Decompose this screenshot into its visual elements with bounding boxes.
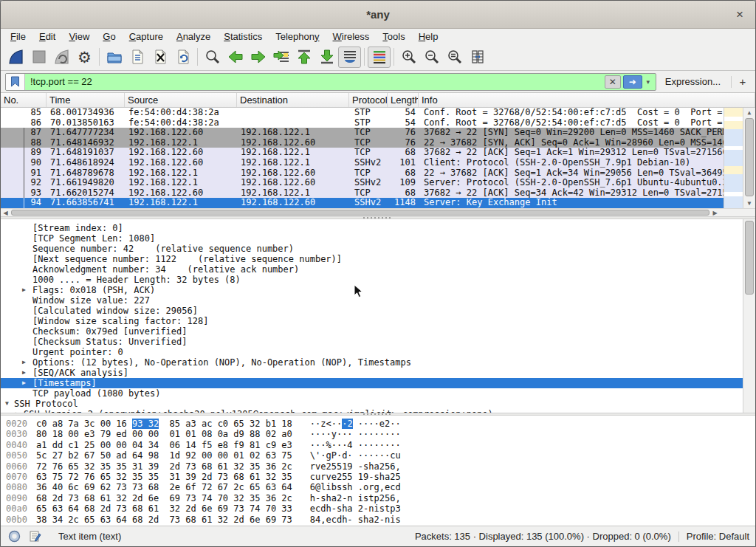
packet-row[interactable]: 8971.648191037192.168.122.60192.168.122.… bbox=[1, 148, 724, 158]
packet-row[interactable]: 8771.647777234192.168.122.60192.168.122.… bbox=[1, 128, 724, 138]
resize-columns-button[interactable] bbox=[466, 47, 489, 68]
collapsed-arrow-icon[interactable]: ▶ bbox=[22, 357, 26, 368]
packet-list-hscrollbar[interactable]: ◀ ▶ bbox=[1, 208, 755, 216]
detail-line[interactable]: Sequence number: 42 (relative sequence n… bbox=[1, 244, 743, 254]
auto-scroll-toggle[interactable] bbox=[338, 47, 361, 68]
go-to-bottom-button[interactable] bbox=[315, 47, 338, 68]
hex-bytes[interactable]: 65 63 64 68 2d 73 68 61 32 2d 6e 69 73 7… bbox=[36, 503, 292, 514]
menu-view[interactable]: View bbox=[62, 30, 96, 43]
hex-bytes[interactable]: c0 a8 7a 3c 00 16 93 32 85 a3 ac c0 65 3… bbox=[36, 419, 292, 429]
hex-bytes[interactable]: 63 75 72 76 65 32 35 35 31 39 2d 73 68 6… bbox=[36, 472, 292, 482]
detail-line[interactable]: Acknowledgment number: 34 (relative ack … bbox=[1, 264, 743, 275]
filter-clear-button[interactable]: ✕ bbox=[605, 75, 621, 89]
hex-bytes[interactable]: a1 dd c1 25 00 00 04 34 06 14 f5 e8 f9 8… bbox=[36, 440, 292, 450]
colorize-toggle[interactable] bbox=[368, 47, 391, 68]
column-header-source[interactable]: Source bbox=[125, 93, 237, 107]
column-header-destination[interactable]: Destination bbox=[237, 93, 349, 107]
detail-line[interactable]: ▶SSH Version 2 (encryption:chacha20-poly… bbox=[1, 409, 743, 413]
detail-line[interactable]: [Checksum Status: Unverified] bbox=[1, 337, 743, 347]
column-header-length[interactable]: Length bbox=[388, 93, 419, 107]
reload-file-button[interactable] bbox=[171, 47, 194, 68]
detail-line[interactable]: ▶[Timestamps] bbox=[1, 378, 743, 388]
filter-input[interactable]: !tcp.port == 22 bbox=[25, 76, 605, 87]
detail-line[interactable]: Urgent pointer: 0 bbox=[1, 347, 743, 357]
start-capture-button[interactable] bbox=[4, 47, 27, 68]
zoom-out-button[interactable] bbox=[420, 47, 443, 68]
go-to-top-button[interactable] bbox=[292, 47, 315, 68]
detail-line[interactable]: ▶Options: (12 bytes), No-Operation (NOP)… bbox=[1, 357, 743, 368]
hex-ascii[interactable]: curve255 19-sha25 bbox=[310, 472, 401, 482]
hex-bytes[interactable]: 80 18 00 e3 79 ed 00 00 01 01 08 0a d9 8… bbox=[36, 429, 292, 439]
hex-ascii[interactable]: ··z<···2 ····e2·· bbox=[310, 419, 401, 429]
go-forward-button[interactable] bbox=[247, 47, 269, 68]
column-header-info[interactable]: Info bbox=[419, 93, 755, 107]
detail-line[interactable]: [TCP Segment Len: 1080] bbox=[1, 233, 743, 244]
stop-capture-button[interactable] bbox=[27, 47, 50, 68]
hex-ascii[interactable]: ···%···4 ········ bbox=[310, 440, 401, 450]
hex-ascii[interactable]: ecdh-sha 2-nistp3 bbox=[310, 503, 401, 514]
detail-line[interactable]: [Calculated window size: 29056] bbox=[1, 306, 743, 316]
menu-edit[interactable]: Edit bbox=[32, 30, 62, 43]
hex-row[interactable]: 00505c 27 b2 67 50 ad 64 98 1d 92 00 00 … bbox=[1, 450, 755, 461]
capture-options-button[interactable]: ⚙ bbox=[73, 47, 96, 68]
menu-statistics[interactable]: Statistics bbox=[217, 30, 269, 43]
menu-file[interactable]: File bbox=[4, 30, 32, 43]
hex-bytes[interactable]: 72 76 65 32 35 35 31 39 2d 73 68 61 32 3… bbox=[36, 461, 292, 472]
capture-comment-button[interactable] bbox=[27, 529, 42, 544]
detail-line[interactable]: Checksum: 0x79ed [unverified] bbox=[1, 326, 743, 337]
packet-row[interactable]: 9071.648618924192.168.122.60192.168.122.… bbox=[1, 158, 724, 168]
detail-line[interactable]: ▶Flags: 0x018 (PSH, ACK) bbox=[1, 285, 743, 295]
scroll-down-icon[interactable]: ▼ bbox=[743, 199, 755, 208]
packet-row[interactable]: 9171.648789678192.168.122.1192.168.122.6… bbox=[1, 168, 724, 179]
expression-button[interactable]: Expression... bbox=[665, 76, 721, 87]
collapsed-arrow-icon[interactable]: ▶ bbox=[16, 409, 19, 413]
collapsed-arrow-icon[interactable]: ▶ bbox=[22, 378, 26, 388]
menu-wireless[interactable]: Wireless bbox=[326, 30, 377, 43]
hex-row[interactable]: 007063 75 72 76 65 32 35 35 31 39 2d 73 … bbox=[1, 472, 755, 482]
packet-row[interactable]: 9371.662015274192.168.122.60192.168.122.… bbox=[1, 188, 724, 199]
expert-info-button[interactable] bbox=[7, 529, 21, 544]
hex-bytes[interactable]: 38 34 2c 65 63 64 68 2d 73 68 61 32 2d 6… bbox=[36, 515, 292, 525]
hex-row[interactable]: 00a065 63 64 68 2d 73 68 61 32 2d 6e 69 … bbox=[1, 503, 755, 514]
detail-line[interactable]: TCP payload (1080 bytes) bbox=[1, 388, 743, 399]
hex-bytes[interactable]: 68 2d 73 68 61 32 2d 6e 69 73 74 70 32 3… bbox=[36, 493, 292, 503]
hex-ascii[interactable]: \'·gP·d· ······cu bbox=[310, 450, 401, 461]
restart-capture-button[interactable] bbox=[50, 47, 73, 68]
open-file-button[interactable] bbox=[103, 47, 126, 68]
detail-line[interactable]: [Window size scaling factor: 128] bbox=[1, 316, 743, 326]
menu-telephony[interactable]: Telephony bbox=[269, 30, 326, 43]
filter-dropdown-button[interactable]: ▾ bbox=[643, 75, 653, 89]
scroll-left-icon[interactable]: ◀ bbox=[1, 209, 10, 216]
hex-ascii[interactable]: 6@libssh .org,ecd bbox=[310, 482, 401, 492]
details-vscrollbar[interactable] bbox=[743, 219, 755, 413]
scroll-right-icon[interactable]: ▶ bbox=[710, 209, 720, 216]
scroll-up-icon[interactable]: ▲ bbox=[743, 108, 755, 117]
display-filter-field[interactable]: !tcp.port == 22 ✕ ➜ ▾ bbox=[5, 73, 656, 91]
packet-minimap[interactable] bbox=[724, 108, 743, 208]
hex-ascii[interactable]: h-sha2-n istp256, bbox=[310, 493, 401, 503]
column-header-protocol[interactable]: Protocol bbox=[349, 93, 388, 107]
packet-row[interactable]: 9471.663856741192.168.122.1192.168.122.6… bbox=[1, 198, 724, 208]
hex-bytes[interactable]: 5c 27 b2 67 50 ad 64 98 1d 92 00 00 01 0… bbox=[36, 450, 292, 461]
add-filter-button[interactable]: + bbox=[735, 75, 751, 89]
detail-line[interactable]: 1000 .... = Header Length: 32 bytes (8) bbox=[1, 275, 743, 285]
details-scrollbar-thumb[interactable] bbox=[745, 221, 754, 295]
hex-row[interactable]: 008036 40 6c 69 62 73 73 68 2e 6f 72 67 … bbox=[1, 482, 755, 492]
column-header-no[interactable]: No. bbox=[1, 93, 47, 107]
save-file-button[interactable] bbox=[126, 47, 148, 68]
filter-bookmark-button[interactable] bbox=[6, 74, 25, 90]
vscrollbar-thumb[interactable] bbox=[745, 118, 754, 196]
find-packet-button[interactable] bbox=[201, 47, 224, 68]
detail-line[interactable]: [Stream index: 0] bbox=[1, 223, 743, 233]
menu-tools[interactable]: Tools bbox=[376, 30, 411, 43]
hex-ascii[interactable]: 84,ecdh- sha2-nis bbox=[310, 515, 401, 525]
hex-row[interactable]: 009068 2d 73 68 61 32 2d 6e 69 73 74 70 … bbox=[1, 493, 755, 503]
packet-row[interactable]: 8871.648146932192.168.122.1192.168.122.6… bbox=[1, 138, 724, 148]
hex-row[interactable]: 0040a1 dd c1 25 00 00 04 34 06 14 f5 e8 … bbox=[1, 440, 755, 450]
zoom-in-button[interactable] bbox=[397, 47, 420, 68]
hex-ascii[interactable]: ····y··· ········ bbox=[310, 429, 401, 439]
menu-capture[interactable]: Capture bbox=[123, 30, 170, 43]
packet-row[interactable]: 9271.661949820192.168.122.1192.168.122.6… bbox=[1, 178, 724, 188]
hex-ascii[interactable]: rve25519 -sha256, bbox=[310, 461, 401, 472]
collapsed-arrow-icon[interactable]: ▶ bbox=[22, 368, 26, 378]
